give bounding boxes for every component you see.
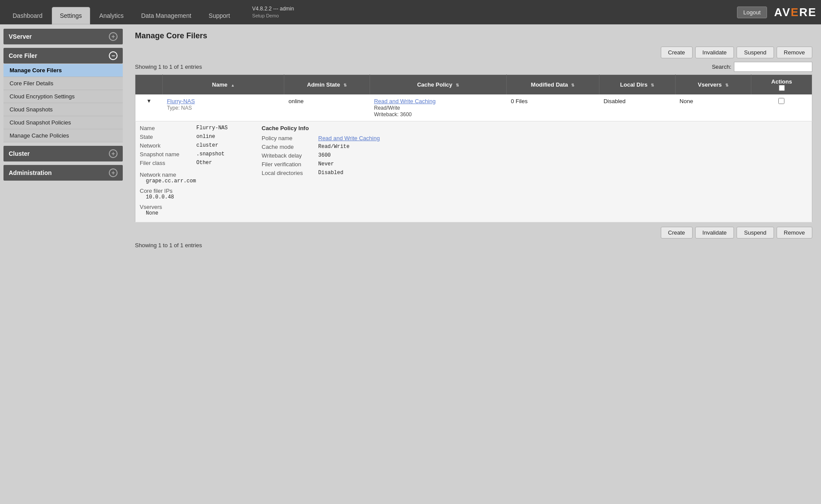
detail-state-row: State online [140,134,236,140]
detail-filer-class-label: Filer class [140,160,196,166]
detail-policy-name-label: Policy name [262,135,318,141]
showing-text-bottom: Showing 1 to 1 of 1 entries [135,242,812,249]
showing-text-top: Showing 1 to 1 of 1 entries [135,64,202,70]
cache-policy-info-header: Cache Policy Info [262,125,380,131]
tab-settings[interactable]: Settings [52,7,91,24]
sidebar-item-manage-cache-policies[interactable]: Manage Cache Policies [3,129,123,142]
sidebar-section-vserver: VServer + [3,29,123,44]
detail-filer-verification-label: Filer verification [262,161,318,168]
nav-tabs: Dashboard Settings Analytics Data Manage… [4,0,239,24]
col-header-cache-policy[interactable]: Cache Policy ⇅ [370,75,506,95]
table-header-row: Name ▲ Admin State ⇅ Cache Policy ⇅ Modi… [135,75,812,95]
sidebar-item-core-filer-details[interactable]: Core Filer Details [3,77,123,90]
detail-snapshot-name-row: Snapshot name .snapshot [140,151,236,158]
local-dirs-sort-icon: ⇅ [651,83,654,87]
detail-filer-verification-value: Never [318,161,334,168]
detail-network-label: Network [140,142,196,149]
vservers-sort-icon: ⇅ [725,83,729,87]
select-all-checkbox[interactable] [779,85,785,91]
detail-network-row: Network cluster [140,142,236,149]
sidebar-item-cloud-snapshot-policies[interactable]: Cloud Snapshot Policies [3,116,123,129]
row-modified-data-cell: 0 Files [507,94,599,121]
filer-name-link[interactable]: Flurry-NAS [167,98,195,104]
detail-name-value: Flurry-NAS [196,125,228,131]
sidebar-section-label-cluster: Cluster [9,150,30,157]
sidebar-section-label-vserver: VServer [9,33,32,40]
row-admin-state-cell: online [284,94,370,121]
sidebar-item-cloud-snapshots[interactable]: Cloud Snapshots [3,103,123,116]
row-actions-cell [751,94,812,121]
col-header-vservers[interactable]: Vservers ⇅ [675,75,751,95]
sidebar-section-cluster: Cluster + [3,146,123,161]
tab-dashboard[interactable]: Dashboard [4,7,51,24]
detail-filer-class-value: Other [196,160,212,166]
sidebar-item-cloud-encryption-settings[interactable]: Cloud Encryption Settings [3,90,123,103]
tab-analytics[interactable]: Analytics [91,7,132,24]
row-checkbox-wrapper [756,98,808,104]
avere-logo: AVERE [774,6,817,19]
suspend-button-bottom[interactable]: Suspend [737,227,774,239]
detail-local-directories-label: Local directories [262,170,318,176]
core-filers-table: Name ▲ Admin State ⇅ Cache Policy ⇅ Modi… [135,74,812,222]
expanded-section-left: Name Flurry-NAS State online Network clu… [140,125,236,218]
col-header-local-dirs[interactable]: Local Dirs ⇅ [599,75,675,95]
sidebar-section-header-vserver[interactable]: VServer + [3,29,123,44]
suspend-button-top[interactable]: Suspend [737,47,774,58]
detail-cache-mode-value: Read/Write [318,144,350,150]
create-button-bottom[interactable]: Create [661,227,693,239]
avere-logo-accent: E [791,6,799,19]
invalidate-button-top[interactable]: Invalidate [695,47,734,58]
detail-filer-class-row: Filer class Other [140,160,236,166]
sidebar-section-header-administration[interactable]: Administration + [3,165,123,181]
logout-button[interactable]: Logout [737,7,767,18]
detail-core-filer-ips-label: Core filer IPs [140,188,236,194]
cluster-expand-icon: + [109,149,118,158]
col-header-modified-data[interactable]: Modified Data ⇅ [507,75,599,95]
row-expand-cell: ▼ [135,94,163,121]
sidebar: VServer + Core Filer − Manage Core Filer… [0,24,126,504]
sidebar-item-manage-core-filers[interactable]: Manage Core Filers [3,64,123,77]
detail-local-directories-row: Local directories Disabled [262,170,380,176]
col-header-name[interactable]: Name ▲ [162,75,284,95]
row-vservers-cell: None [675,94,751,121]
detail-name-row: Name Flurry-NAS [140,125,236,131]
action-bar-bottom: Create Invalidate Suspend Remove [135,227,812,239]
cache-policy-link[interactable]: Read and Write Caching [374,98,435,104]
administration-expand-icon: + [109,168,118,177]
detail-network-name-block: Network name grape.cc.arr.com [140,171,236,184]
detail-filer-verification-row: Filer verification Never [262,161,380,168]
detail-policy-name-link[interactable]: Read and Write Caching [318,135,380,141]
create-button-top[interactable]: Create [661,47,693,58]
table-row: ▼ Flurry-NAS Type: NAS online Read and W… [135,94,812,121]
detail-snapshot-name-label: Snapshot name [140,151,196,158]
search-input[interactable] [734,62,812,72]
remove-button-top[interactable]: Remove [777,47,812,58]
filer-type-text: Type: NAS [167,105,192,111]
invalidate-button-bottom[interactable]: Invalidate [695,227,734,239]
page-title: Manage Core Filers [135,31,812,40]
col-header-expand [135,75,163,95]
expanded-section-cache-policy: Cache Policy Info Policy name Read and W… [262,125,380,218]
search-label: Search: [712,64,731,70]
vservers-value: None [680,98,693,104]
col-header-admin-state[interactable]: Admin State ⇅ [284,75,370,95]
tab-support[interactable]: Support [200,7,238,24]
detail-writeback-delay-label: Writeback delay [262,152,318,159]
expand-row-icon[interactable]: ▼ [140,98,158,104]
row-name-cell: Flurry-NAS Type: NAS [162,94,284,121]
remove-button-bottom[interactable]: Remove [777,227,812,239]
cache-policy-writeback: Writeback: 3600 [374,111,412,118]
detail-local-directories-value: Disabled [318,170,343,176]
row-local-dirs-cell: Disabled [599,94,675,121]
vserver-expand-icon: + [109,32,118,41]
sidebar-section-header-core-filer[interactable]: Core Filer − [3,48,123,64]
expanded-detail-row: Name Flurry-NAS State online Network clu… [135,121,812,222]
header-checkbox-wrapper [756,85,808,91]
admin-state-value: online [289,98,304,104]
sidebar-section-administration: Administration + [3,165,123,181]
detail-network-name-label: Network name [140,171,236,178]
row-select-checkbox[interactable] [778,98,784,104]
sidebar-section-header-cluster[interactable]: Cluster + [3,146,123,161]
tab-data-management[interactable]: Data Management [133,7,199,24]
top-nav-right: Logout AVERE [737,6,817,19]
